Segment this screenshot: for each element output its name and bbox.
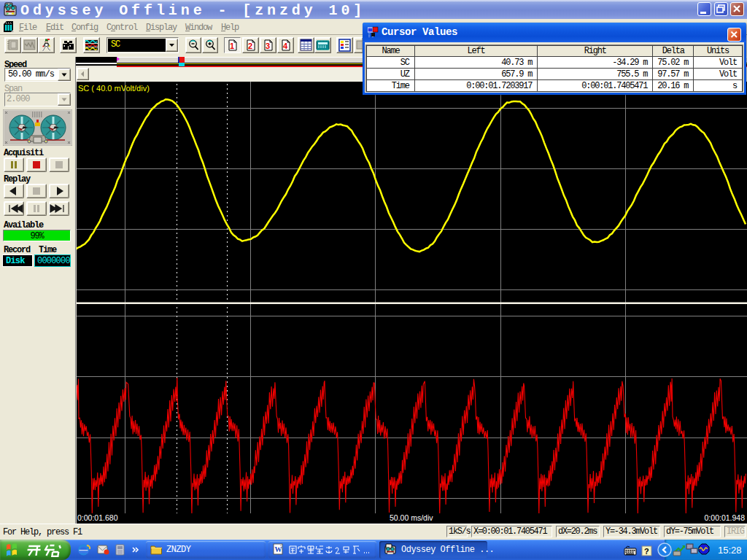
svg-text:2: 2 [248, 42, 252, 50]
svg-text:1: 1 [230, 42, 234, 50]
svg-text:50.00 ms/div: 50.00 ms/div [390, 513, 433, 522]
svg-text:W: W [275, 545, 282, 553]
svg-text:?: ? [644, 547, 649, 556]
svg-text:0:00:01.680: 0:00:01.680 [77, 513, 118, 522]
svg-text:SC ( 40.0 mVolt/div): SC ( 40.0 mVolt/div) [78, 84, 150, 93]
svg-text:3: 3 [266, 42, 270, 50]
svg-text:4: 4 [283, 42, 288, 50]
svg-text:0:00:01.948: 0:00:01.948 [705, 513, 746, 522]
